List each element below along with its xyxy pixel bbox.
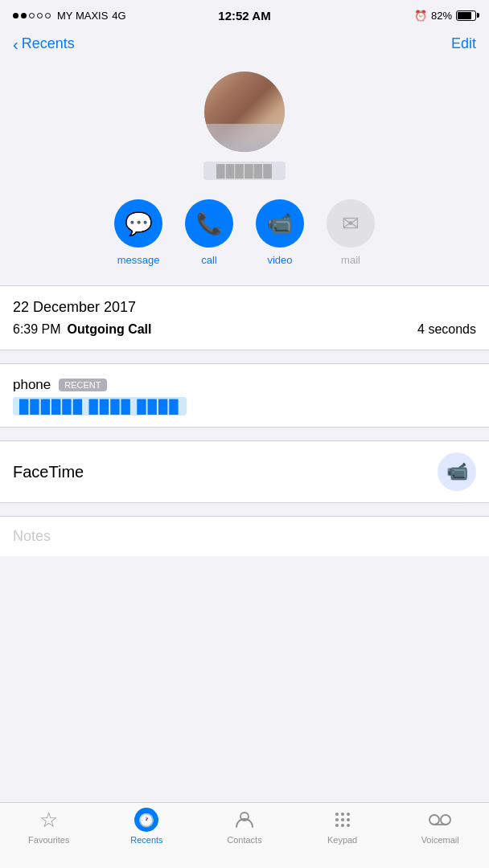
recents-active-circle: 🕐 xyxy=(134,808,158,832)
signal-dot-1 xyxy=(13,13,18,18)
avatar-image xyxy=(204,72,285,152)
call-type: Outgoing Call xyxy=(68,322,152,337)
battery-icon xyxy=(456,10,476,21)
call-icon: 📞 xyxy=(196,211,222,236)
recents-clock-icon: 🕐 xyxy=(138,813,154,828)
tab-voicemail-label: Voicemail xyxy=(421,835,459,845)
signal-dot-2 xyxy=(21,13,27,18)
svg-point-7 xyxy=(335,824,339,827)
svg-point-11 xyxy=(441,815,450,825)
svg-point-6 xyxy=(347,818,350,821)
edit-button[interactable]: Edit xyxy=(451,35,476,52)
network-type: 4G xyxy=(112,10,125,22)
signal-dot-3 xyxy=(29,13,35,18)
video-button[interactable]: 📹 xyxy=(256,199,304,248)
message-icon: 💬 xyxy=(125,211,153,237)
phone-label-row: phone RECENT xyxy=(13,377,476,393)
call-history-section: 22 December 2017 6:39 PM Outgoing Call 4… xyxy=(0,285,489,350)
tab-recents-label: Recents xyxy=(130,835,162,845)
favourites-icon: ☆ xyxy=(39,808,58,832)
action-mail[interactable]: ✉ mail xyxy=(327,199,375,266)
recent-badge: RECENT xyxy=(59,379,106,391)
svg-point-8 xyxy=(341,824,344,827)
svg-point-2 xyxy=(341,813,344,816)
call-entry: 6:39 PM Outgoing Call 4 seconds xyxy=(13,322,476,337)
mail-icon: ✉ xyxy=(342,211,360,236)
message-button[interactable]: 💬 xyxy=(114,199,162,248)
tab-bar: ☆ Favourites 🕐 Recents Contacts xyxy=(0,802,489,868)
status-left: MY MAXIS 4G xyxy=(13,10,126,22)
status-time: 12:52 AM xyxy=(218,9,270,23)
avatar xyxy=(204,72,285,152)
carrier-text: MY MAXIS xyxy=(57,10,108,22)
recents-icon: 🕐 xyxy=(134,808,158,832)
tab-favourites[interactable]: ☆ Favourites xyxy=(0,808,98,845)
mail-button[interactable]: ✉ xyxy=(327,199,375,248)
signal-dot-4 xyxy=(37,13,43,18)
contact-name: ██████ xyxy=(203,162,286,180)
tab-keypad[interactable]: Keypad xyxy=(294,808,392,845)
signal-dots xyxy=(13,13,51,18)
video-icon: 📹 xyxy=(267,211,293,236)
alarm-icon: ⏰ xyxy=(414,10,427,22)
back-button[interactable]: ‹ Recents xyxy=(13,35,75,52)
call-date: 22 December 2017 xyxy=(13,299,476,316)
action-call[interactable]: 📞 call xyxy=(185,199,233,266)
tab-keypad-label: Keypad xyxy=(327,835,357,845)
facetime-video-icon: 📹 xyxy=(446,461,468,482)
call-button[interactable]: 📞 xyxy=(185,199,233,248)
tab-voicemail[interactable]: Voicemail xyxy=(391,808,489,845)
call-label: call xyxy=(201,254,217,266)
message-label: message xyxy=(117,254,160,266)
keypad-icon xyxy=(332,808,353,832)
facetime-button[interactable]: 📹 xyxy=(438,452,476,491)
phone-label: phone xyxy=(13,377,51,393)
call-duration: 4 seconds xyxy=(417,322,476,337)
svg-point-4 xyxy=(335,818,339,821)
facetime-section: FaceTime 📹 xyxy=(0,440,489,503)
call-time: 6:39 PM xyxy=(13,322,61,337)
video-label: video xyxy=(267,254,292,266)
notes-section: Notes xyxy=(0,516,489,556)
svg-point-5 xyxy=(341,818,344,821)
notes-placeholder: Notes xyxy=(13,528,51,544)
mail-label: mail xyxy=(341,254,360,266)
contact-section: ██████ xyxy=(0,59,489,186)
action-video[interactable]: 📹 video xyxy=(256,199,304,266)
status-right: ⏰ 82% xyxy=(414,10,476,22)
back-chevron-icon: ‹ xyxy=(13,36,18,52)
battery-percentage: 82% xyxy=(431,10,452,22)
voicemail-icon xyxy=(429,808,451,832)
tab-contacts[interactable]: Contacts xyxy=(195,808,294,845)
signal-dot-5 xyxy=(45,13,51,18)
contacts-icon xyxy=(234,808,255,832)
action-buttons: 💬 message 📞 call 📹 video ✉ mail xyxy=(0,186,489,272)
svg-point-3 xyxy=(347,813,350,816)
facetime-label: FaceTime xyxy=(13,463,84,481)
back-label: Recents xyxy=(22,35,75,52)
tab-contacts-label: Contacts xyxy=(227,835,261,845)
phone-number[interactable]: ██████ ████ ████ xyxy=(13,397,187,416)
svg-point-1 xyxy=(335,813,339,816)
phone-section: phone RECENT ██████ ████ ████ xyxy=(0,363,489,428)
nav-bar: ‹ Recents Edit xyxy=(0,29,489,59)
tab-favourites-label: Favourites xyxy=(28,835,69,845)
status-bar: MY MAXIS 4G 12:52 AM ⏰ 82% xyxy=(0,0,489,29)
svg-point-10 xyxy=(429,815,439,825)
action-message[interactable]: 💬 message xyxy=(114,199,162,266)
svg-point-9 xyxy=(347,824,350,827)
battery-fill xyxy=(458,12,471,19)
tab-recents[interactable]: 🕐 Recents xyxy=(98,808,196,845)
